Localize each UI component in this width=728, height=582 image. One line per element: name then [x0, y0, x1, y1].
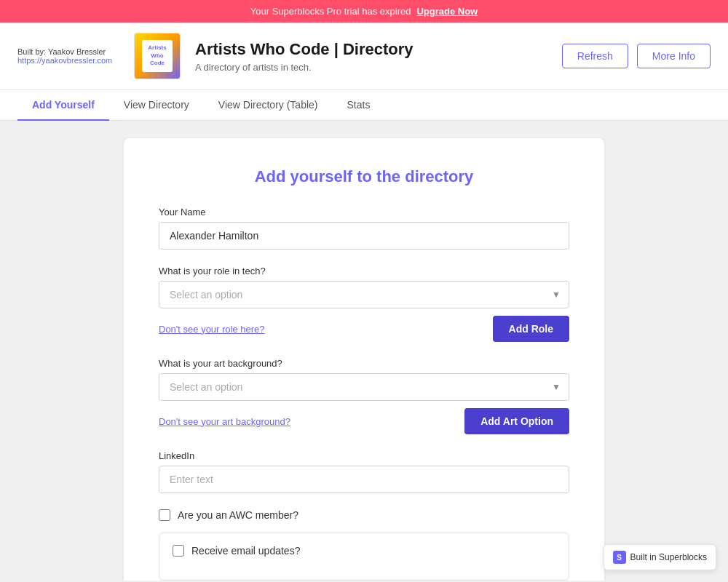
built-by-label: Built by: Yaakov Bressler: [17, 47, 119, 56]
add-role-row: Don't see your role here? Add Role: [159, 316, 569, 342]
app-logo: ArtistsWhoCode: [134, 33, 181, 79]
superblocks-icon: S: [613, 551, 626, 564]
superblocks-badge: S Built in Superblocks: [604, 544, 716, 570]
tab-view-directory-table[interactable]: View Directory (Table): [204, 90, 333, 121]
header-title-section: Artists Who Code | Directory A directory…: [195, 40, 547, 73]
role-label: What is your role in tech?: [159, 266, 569, 276]
superblocks-label: Built in Superblocks: [630, 552, 707, 562]
role-select-wrapper: Select an option ▼: [159, 281, 569, 308]
role-group: What is your role in tech? Select an opt…: [159, 266, 569, 342]
main-content: Add yourself to the directory Your Name …: [0, 121, 728, 581]
header: Built by: Yaakov Bressler https://yaakov…: [0, 23, 728, 90]
tab-stats[interactable]: Stats: [333, 90, 385, 121]
add-role-button[interactable]: Add Role: [493, 316, 569, 342]
linkedin-input[interactable]: [159, 466, 569, 493]
art-select[interactable]: Select an option: [159, 373, 569, 401]
role-link[interactable]: Don't see your role here?: [159, 324, 483, 335]
trial-banner: Your Superblocks Pro trial has expired U…: [0, 0, 728, 23]
awc-label[interactable]: Are you an AWC member?: [178, 509, 298, 521]
name-group: Your Name: [159, 207, 569, 250]
banner-message: Your Superblocks Pro trial has expired: [250, 6, 411, 17]
built-by-section: Built by: Yaakov Bressler https://yaakov…: [17, 47, 119, 65]
art-label: What is your art background?: [159, 358, 569, 369]
add-art-row: Don't see your art background? Add Art O…: [159, 408, 569, 434]
refresh-button[interactable]: Refresh: [562, 44, 628, 68]
upgrade-link[interactable]: Upgrade Now: [416, 6, 478, 17]
name-label: Your Name: [159, 207, 569, 218]
form-title: Add yourself to the directory: [159, 167, 569, 186]
built-by-url[interactable]: https://yaakovbressler.com: [17, 56, 112, 65]
more-info-button[interactable]: More Info: [637, 44, 711, 68]
art-link[interactable]: Don't see your art background?: [159, 416, 454, 427]
tab-view-directory[interactable]: View Directory: [109, 90, 204, 121]
form-card: Add yourself to the directory Your Name …: [124, 138, 604, 581]
email-updates-checkbox[interactable]: [173, 545, 184, 557]
linkedin-group: LinkedIn: [159, 450, 569, 493]
name-input[interactable]: [159, 222, 569, 250]
awc-member-row: Are you an AWC member?: [159, 509, 569, 521]
email-updates-label[interactable]: Receive email updates?: [191, 545, 300, 557]
app-title: Artists Who Code | Directory: [195, 40, 547, 59]
linkedin-label: LinkedIn: [159, 450, 569, 461]
email-updates-row: Receive email updates?: [173, 545, 555, 557]
tabs-bar: Add Yourself View Directory View Directo…: [0, 90, 728, 121]
role-select[interactable]: Select an option: [159, 281, 569, 308]
tab-add-yourself[interactable]: Add Yourself: [17, 90, 109, 121]
art-select-wrapper: Select an option ▼: [159, 373, 569, 401]
add-art-button[interactable]: Add Art Option: [464, 408, 569, 434]
header-buttons: Refresh More Info: [562, 44, 711, 68]
app-subtitle: A directory of artists in tech.: [195, 62, 547, 73]
email-updates-box: Receive email updates?: [159, 533, 569, 581]
art-group: What is your art background? Select an o…: [159, 358, 569, 434]
awc-checkbox[interactable]: [159, 509, 170, 521]
